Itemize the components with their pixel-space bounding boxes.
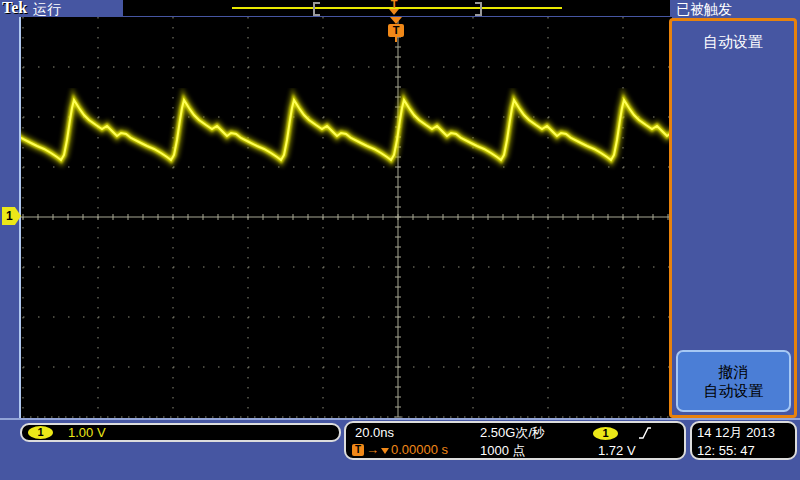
datetime-readout: 14 12月 2013 12: 55: 47 (690, 421, 797, 460)
ch1-scale-value: 1.00 V (68, 425, 106, 440)
time-value: 12: 55: 47 (697, 444, 755, 458)
record-trigger-position-icon: T (386, 0, 402, 15)
rising-edge-icon (638, 426, 652, 440)
trigger-status-label: 已被触发 (676, 1, 732, 19)
undo-autoset-button[interactable]: 撤消 自动设置 (676, 350, 791, 412)
date-value: 14 12月 2013 (697, 426, 775, 440)
arrow-right-icon: → (366, 443, 379, 457)
ch1-waveform (20, 100, 672, 160)
down-arrow-icon (390, 17, 402, 24)
record-window-bracket-left-icon (313, 2, 320, 16)
trigger-level-value: 1.72 V (598, 444, 636, 458)
graticule-grid (21, 17, 671, 417)
menu-title: 自动设置 (672, 33, 794, 52)
horizontal-trigger-readout: 20.0ns 2.50G次/秒 1 T → 0.00000 s 1000 点 1… (344, 421, 686, 460)
timebase-value: 20.0ns (355, 426, 394, 440)
trigger-position-marker: T (387, 17, 405, 42)
top-status-bar: Tek 运行 T 已被触发 (0, 0, 800, 17)
tek-logo: Tek (2, 0, 27, 17)
display-bottom-border (0, 418, 800, 420)
trigger-position-readout: T → 0.00000 s (352, 443, 448, 457)
down-arrow-icon (381, 448, 389, 454)
sample-rate-value: 2.50G次/秒 (480, 426, 545, 440)
acquisition-status: 运行 (33, 1, 61, 19)
ch1-readout: 1 1.00 V (20, 423, 341, 442)
record-window-bracket-right-icon (475, 2, 482, 16)
trigger-position-value: 0.00000 s (391, 443, 448, 457)
graticule-and-waveform (20, 16, 672, 418)
trigger-source-badge: 1 (593, 427, 618, 440)
record-view-strip: T (123, 0, 670, 16)
trigger-t-chip-icon: T (352, 444, 364, 456)
side-menu-panel: 自动设置 撤消 自动设置 (669, 18, 797, 418)
record-length-value: 1000 点 (480, 444, 526, 458)
ch1-badge: 1 (28, 426, 53, 439)
